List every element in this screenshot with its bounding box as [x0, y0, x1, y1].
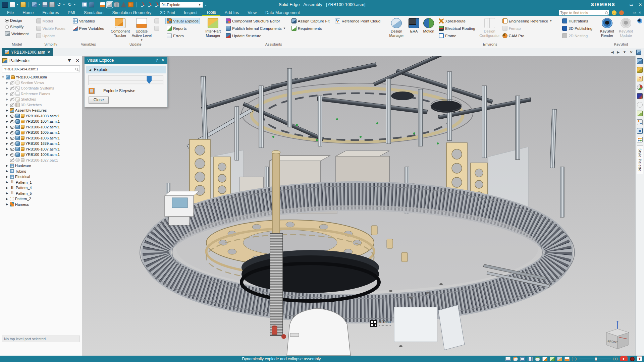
expand-arrow-icon[interactable]: ▶: [5, 192, 9, 195]
tab-list-button[interactable]: ▼: [623, 50, 626, 54]
storage-icon[interactable]: [89, 2, 94, 7]
pathfinder-search[interactable]: [2, 65, 80, 72]
inter-part-manager-button[interactable]: Inter-Part Manager: [203, 18, 223, 38]
eye-off-icon[interactable]: [10, 97, 14, 102]
chevron-down-icon[interactable]: ▼: [16, 3, 19, 6]
explode-slider-handle[interactable]: [147, 76, 152, 84]
tree-item[interactable]: ▶⠿Pattern_1: [1, 180, 82, 185]
eye-icon[interactable]: [10, 147, 14, 151]
3d-publishing-button[interactable]: 3D Publishing: [561, 25, 594, 32]
palette-icon[interactable]: [637, 137, 643, 142]
zoom-slider[interactable]: [579, 359, 611, 359]
expand-arrow-icon[interactable]: ▶: [5, 164, 9, 167]
zoom-out-button[interactable]: −: [572, 357, 577, 361]
broken-links-button[interactable]: [153, 25, 161, 32]
link-icon[interactable]: [637, 102, 643, 108]
reference-point-cloud-button[interactable]: Reference Point Cloud: [334, 18, 382, 24]
eye-off-icon[interactable]: [10, 86, 14, 90]
tree-item[interactable]: ▶YRB100-1639.asm:1: [1, 141, 82, 146]
tree-item[interactable]: ▶YRB100-1005.asm:1: [1, 130, 82, 135]
tree-item[interactable]: ▶⠿Pattern_5: [1, 191, 82, 196]
simplify-update-button[interactable]: Update: [35, 33, 67, 39]
expand-arrow-icon[interactable]: ▶: [5, 120, 9, 123]
zoom-icon[interactable]: [513, 357, 518, 361]
tab-inspect[interactable]: Inspect: [179, 9, 202, 16]
tab-view[interactable]: View: [243, 9, 261, 16]
tab-file[interactable]: File: [3, 9, 18, 16]
save-icon[interactable]: [42, 2, 48, 7]
eye-icon[interactable]: [10, 119, 14, 124]
update-active-level-button[interactable]: Update Active Level ▼: [131, 18, 152, 42]
library-icon[interactable]: [637, 67, 643, 73]
simplify-radio[interactable]: Simplify: [4, 24, 30, 29]
cam-pro-button[interactable]: CAM Pro: [501, 33, 554, 39]
tab-pmi[interactable]: PMI: [63, 9, 79, 16]
expand-arrow-icon[interactable]: ▶: [5, 197, 9, 200]
expand-arrow-icon[interactable]: ▼: [1, 76, 5, 79]
tab-scroll-right-button[interactable]: ▶: [617, 50, 620, 54]
tree-item[interactable]: ▶Assembly Features: [1, 108, 82, 113]
section-collapse-icon[interactable]: ◢: [89, 68, 91, 71]
tree-item[interactable]: ▶Reference Planes: [1, 91, 82, 97]
expand-arrow-icon[interactable]: ▶: [5, 175, 9, 178]
eye-icon[interactable]: [10, 114, 14, 118]
tab-3d-print[interactable]: 3D Print: [156, 9, 179, 16]
style-palette-tab[interactable]: Style Palette: [637, 145, 643, 174]
design-manager-button[interactable]: Design Manager: [386, 18, 407, 38]
cylinder-part-icon[interactable]: [114, 2, 119, 7]
tree-item[interactable]: ▶Tubing: [1, 169, 82, 174]
explode-slider[interactable]: [89, 75, 163, 85]
doc-restore-button[interactable]: ▭: [633, 11, 636, 14]
tree-item[interactable]: ▼YRB100-1000.asm: [1, 74, 82, 80]
tree-item[interactable]: ▶YRB100-1002.asm:1: [1, 124, 82, 130]
tree-item[interactable]: YRB100-1027.par:1: [1, 158, 82, 163]
tree-item[interactable]: ▶YRB100-1004.asm:1: [1, 119, 82, 124]
doc-minimize-button[interactable]: —: [627, 11, 630, 14]
color-grid-icon[interactable]: [128, 2, 133, 7]
weldment-button[interactable]: Weldment: [4, 31, 30, 37]
select-tool-a-icon[interactable]: [139, 2, 145, 7]
pathfinder-search-input[interactable]: [4, 67, 75, 71]
play-button[interactable]: ▶: [620, 356, 628, 361]
tree-item[interactable]: ▶Hardware: [1, 163, 82, 169]
open-icon[interactable]: [20, 2, 26, 7]
tab-simulation[interactable]: Simulation: [79, 9, 108, 16]
chevron-down-icon[interactable]: ▼: [73, 3, 76, 6]
tab-data-management[interactable]: Data Management: [261, 9, 304, 16]
sensors-icon[interactable]: [637, 84, 643, 90]
expand-arrow-icon[interactable]: ▶: [5, 131, 9, 134]
tree-item[interactable]: ▶⠿Pattern_4: [1, 185, 82, 191]
cone-part-icon[interactable]: [121, 2, 126, 7]
errors-button[interactable]: Errors: [165, 33, 200, 39]
tree-item[interactable]: ▶YRB100-1003.asm:1: [1, 113, 82, 119]
peer-variables-button[interactable]: Peer Variables: [71, 25, 106, 32]
chevron-down-icon[interactable]: ▼: [63, 3, 65, 6]
share-icon[interactable]: [32, 2, 37, 7]
component-tracker-button[interactable]: Component Tracker: [110, 18, 130, 38]
view-configuration-select[interactable]: 04-Explode ▼: [160, 2, 203, 8]
tree-item[interactable]: ▶YRB100-1006.asm:1: [1, 135, 82, 141]
tree-item[interactable]: ▶3D Sketches: [1, 102, 82, 108]
tab-home[interactable]: Home: [18, 9, 38, 16]
design-configurator-button[interactable]: Design Configurator: [480, 18, 500, 38]
restore-button[interactable]: ▭: [630, 2, 633, 7]
eye-off-icon[interactable]: [10, 80, 14, 85]
tree-item[interactable]: ▶Pattern_2: [1, 196, 82, 202]
doc-close-button[interactable]: ✕: [639, 11, 641, 14]
eye-icon[interactable]: [10, 136, 14, 140]
image-icon[interactable]: [637, 111, 643, 116]
minimize-button[interactable]: —: [620, 2, 624, 7]
variables-button[interactable]: Variables: [71, 18, 106, 24]
femap-button[interactable]: Femap: [501, 25, 554, 32]
motion-button[interactable]: Motion: [421, 18, 436, 34]
expand-arrow-icon[interactable]: ▶: [5, 170, 9, 173]
visual-explode-button[interactable]: Visual Explode: [165, 18, 200, 24]
pathfinder-icon[interactable]: [637, 58, 643, 64]
2d-nesting-button[interactable]: 2D Nesting: [561, 33, 594, 39]
upload-button[interactable]: ⬆: [637, 356, 642, 361]
eye-icon[interactable]: [10, 141, 14, 146]
rotate-icon[interactable]: [535, 357, 540, 361]
eye-off-icon[interactable]: [10, 103, 14, 107]
dialog-close-icon[interactable]: ✕: [161, 58, 165, 63]
reports-button[interactable]: Reports: [165, 25, 200, 32]
